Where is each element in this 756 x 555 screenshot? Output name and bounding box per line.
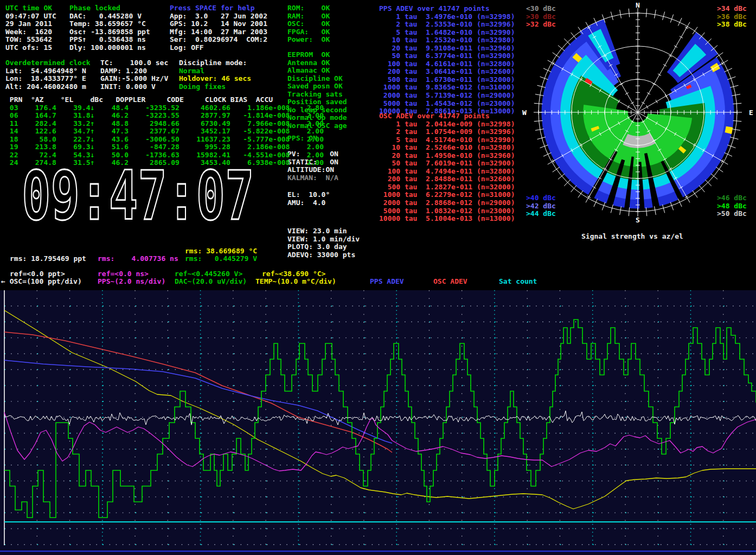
version-info-line: Log: OFF — [170, 44, 267, 52]
plot-settings-line: VIEW: 23.0 min — [287, 227, 360, 235]
version-info-line: GPS: 10.2 14 Nov 2001 — [170, 20, 267, 28]
pps-adev-table-line: 2 tau 2.5353e-010 (n=32996) — [379, 21, 515, 29]
satellite-table-line: 06 164.7 31.8↓ 46.2 -3223.55 2877.97 -1.… — [5, 112, 324, 120]
utc-status-line: TOW: 553642 — [5, 36, 56, 44]
plot-ref-pps: ref=<0.0 ns> — [98, 270, 149, 278]
plot-settings-line: ADEVQ: 33000 pts — [287, 251, 360, 259]
utc-status-line: UTC time OK — [5, 4, 56, 12]
clock-digits: 09:47:07 — [22, 163, 254, 233]
elevation-tick — [656, 100, 658, 103]
plot-ref-dac-line: ref~<0.445260 V> — [175, 270, 242, 278]
rms-osc: rms: 18.795469 ppt — [10, 255, 86, 263]
receiver-position-line: Lon: 18.4333777° E — [5, 75, 91, 83]
outer-tick — [730, 85, 738, 87]
pps-adev-table-line: 50 tau 6.3774e-011 (n=32900) — [379, 52, 515, 60]
receiver-position-line: Alt: 204.46002480 m — [5, 83, 91, 91]
plot-ref-dac: ref~<0.445260 V> — [175, 270, 242, 278]
mask-settings: EL: 10.0°AMU: 4.0 — [287, 191, 330, 207]
plot-ref-osc-line: ref=<0.0 ppt> — [10, 270, 65, 278]
outer-tick — [535, 94, 544, 96]
elevation-tick — [663, 65, 667, 67]
satellite-table-line: 19 213.8 69.3↓ 51.6 -847.28 995.28 2.186… — [5, 143, 324, 151]
compass-label-s: S — [636, 216, 640, 224]
receiver-position-line: Lat: 54.4964948° N — [5, 67, 91, 75]
outer-tick — [655, 10, 656, 18]
fix-modes-line: STATIC: ON — [287, 158, 338, 167]
plot-legend-oscadev-line: OSC ADEV — [433, 278, 467, 286]
plot-legend-oscadev: OSC ADEV — [433, 278, 467, 286]
fix-modes-line: ALTITUDE:ON — [287, 166, 338, 174]
outer-tick — [553, 53, 560, 58]
outer-tick — [578, 190, 583, 197]
plot-ref-pps-line: ref=<0.0 ns> — [98, 270, 149, 278]
pps-adev-table-line: 5 tau 1.6482e-010 (n=32990) — [379, 29, 515, 37]
pps-adev-table-line: 2000 tau 5.7139e-012 (n=29000) — [379, 92, 515, 100]
fix-modes-line: KALMAN: N/A — [287, 174, 338, 182]
utc-status: UTC time OK09:47:07 UTC29 Jan 2011Week: … — [5, 4, 56, 52]
satellite-table-line: 11 282.4 33.2↑ 48.8 2948.66 6730.49 7.96… — [5, 120, 324, 128]
pps-adev-table-line: 100 tau 4.6161e-011 (n=32800) — [379, 60, 515, 68]
gps-status-line: No leap second — [287, 106, 347, 114]
plot-legend-ppsadev-line: PPS ADEV — [370, 278, 404, 286]
satellite-table-line: 14 122.6 34.7↑ 47.3 2377.67 3452.17 -5.8… — [5, 127, 324, 136]
plot-scale-osc: ← OSC=(100 ppt/div) — [1, 278, 82, 286]
outer-tick — [733, 120, 741, 121]
loop-params: TC: 100.0 secDAMP: 1.200GAIN:-5.000 Hz/V… — [100, 59, 168, 91]
gps-status-line: Saved posn OK — [287, 82, 347, 91]
elevation-tick — [627, 105, 630, 109]
big-digital-clock: 09:47:07 — [0, 163, 282, 233]
strip-chart-plot[interactable] — [0, 290, 756, 555]
pps-adev-table-line: 5000 tau 1.4543e-012 (n=23000) — [379, 100, 515, 108]
outer-tick — [564, 39, 570, 44]
loop-params-line: DAMP: 1.200 — [100, 67, 168, 75]
pps-adev-table-line: 500 tau 1.6730e-011 (n=32000) — [379, 76, 515, 84]
pps-adev-table-line: 10000 tau 7.8861e-013 (n=13000) — [379, 107, 515, 116]
elevation-tick — [658, 74, 661, 76]
satellite-table-line: 03 176.4 39.4↓ 48.4 -3235.52 4602.66 1.1… — [5, 104, 324, 112]
outer-tick — [716, 167, 723, 172]
osc-adev-table-line: 10000 tau 5.1004e-013 (n=13000) — [379, 215, 515, 223]
osc-adev-table-line: 1 tau 2.0414e-009 (n=32998) — [379, 120, 515, 129]
discipline-mode-line: Doing fixes — [179, 83, 251, 91]
plot-scale-temp: TEMP~(10.0 m°C/div) — [255, 278, 336, 286]
plot-legend-ppsadev: PPS ADEV — [370, 278, 404, 286]
plot-legend-satcount-line: Sat count — [499, 278, 537, 286]
loop-params-line: TC: 100.0 sec — [100, 59, 168, 67]
osc-adev-table-line: 100 tau 4.7494e-011 (n=32800) — [379, 168, 515, 176]
outer-tick — [733, 103, 741, 104]
loop-params-line: GAIN:-5.000 Hz/V — [100, 75, 168, 83]
rms-osc-line: rms: 18.795469 ppt — [10, 255, 86, 263]
gps-status-line: EEPROM OK — [287, 51, 347, 59]
version-info: Press SPACE for helpApp: 3.0 27 Jun 2002… — [170, 4, 267, 52]
plot-settings-line: PLOTQ: 3.0 day — [287, 243, 360, 251]
plot-scale-pps-line: PPS~(2.0 ns/div) — [98, 278, 165, 286]
gps-status: EEPROM OKAntenna OKAlmanac OKDiscipline … — [287, 51, 347, 130]
osc-adev-table-line: OSC ADEV over 41747 points — [379, 112, 515, 120]
compass-label-n: N — [636, 1, 640, 9]
oscillator-status-line: Dly: 100.000001 ns — [69, 44, 150, 52]
osc-adev-table-line: 1000 tau 6.2279e-012 (n=31000) — [379, 191, 515, 199]
plot-ref-temp-line: ref~<38.690 °C> — [262, 270, 325, 278]
receiver-position: Overdetermined clockLat: 54.4964948° NLo… — [5, 59, 91, 91]
rms-dac: rms: 0.445279 V — [185, 255, 257, 263]
discipline-mode-line: Normal — [179, 67, 251, 75]
pps-adev-table-line: 200 tau 3.0641e-011 (n=32600) — [379, 68, 515, 76]
loop-params-line: INIT: 0.000 V — [100, 83, 168, 91]
elevation-tick — [646, 105, 649, 109]
outer-tick — [534, 103, 543, 104]
gps-status-line: Antenna OK — [287, 59, 347, 67]
outer-tick — [693, 190, 697, 197]
rms-pps: rms: 4.007736 ns — [98, 255, 178, 263]
satellite-table-line: PRN °AZ °EL dBc DOPPLER CODE CLOCK BIAS … — [5, 96, 324, 104]
elevation-tick — [680, 36, 683, 39]
lady-heather-screen: NSEW 09:47:07 UTC time OK09:47:07 UTC29 … — [0, 0, 756, 555]
oscillator-status: Phase lockedDAC: 0.445280 VTemp: 38.6596… — [69, 4, 150, 52]
outer-tick — [564, 180, 570, 186]
selftest-status-line: Power: OK — [287, 36, 330, 44]
satellite-table: PRN °AZ °EL dBc DOPPLER CODE CLOCK BIAS … — [5, 96, 324, 167]
oscillator-status-line: Temp: 38.659657 °C — [69, 20, 150, 28]
pps-status: PPS: ON — [287, 135, 317, 143]
utc-status-line: 29 Jan 2011 — [5, 20, 56, 28]
elevation-tick — [625, 93, 629, 95]
plot-scale-osc-line: ← OSC=(100 ppt/div) — [1, 278, 82, 286]
